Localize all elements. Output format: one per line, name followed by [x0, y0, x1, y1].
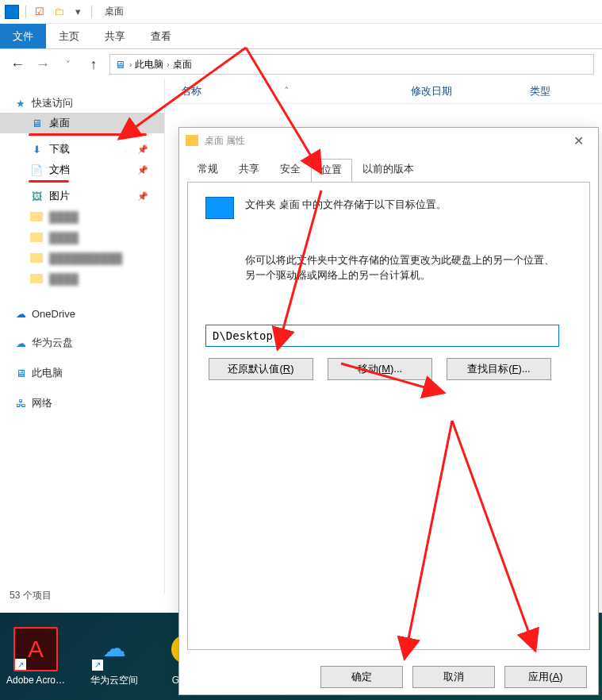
taskbar-label: Adobe Acro…	[6, 675, 65, 686]
cloud-icon: ☁↗	[92, 626, 136, 671]
pin-icon: 📌	[137, 165, 148, 175]
folder-icon	[5, 5, 19, 19]
sidebar: ★ 快速访问 🖥 桌面 ⬇ 下载 📌 📄 文档 📌 🖼 图片 📌 ████ ██…	[0, 79, 165, 594]
forward-button[interactable]: →	[33, 55, 52, 74]
ribbon-tab-view[interactable]: 查看	[138, 24, 184, 48]
history-dropdown[interactable]: ˅	[59, 55, 78, 74]
column-date[interactable]: 修改日期	[411, 84, 530, 98]
desktop-icon	[205, 197, 234, 219]
taskbar-item-huawei-cloud[interactable]: ☁↗ 华为云空间	[90, 626, 138, 687]
chevron-icon: ›	[167, 60, 169, 69]
button-row: 还原默认值(R) 移动(M)... 查找目标(F)...	[209, 358, 572, 380]
sidebar-item-downloads[interactable]: ⬇ 下载 📌	[0, 139, 164, 160]
annotation-underline	[29, 133, 147, 136]
sidebar-item-label: 网络	[32, 396, 52, 410]
sidebar-item-label: OneDrive	[32, 308, 75, 320]
sidebar-item-label: 下载	[49, 142, 70, 156]
separator	[91, 6, 92, 18]
sidebar-item-desktop[interactable]: 🖥 桌面	[0, 113, 164, 133]
tab-location[interactable]: 位置	[311, 159, 352, 183]
sidebar-item-network[interactable]: 🖧 网络	[0, 394, 164, 413]
download-icon: ⬇	[30, 143, 43, 156]
pin-icon: 📌	[137, 144, 148, 155]
apply-button[interactable]: 应用(A)	[504, 666, 587, 688]
quick-access-label: 快速访问	[32, 96, 73, 110]
restore-default-button[interactable]: 还原默认值(R)	[209, 358, 313, 380]
adobe-icon: A↗	[13, 627, 58, 671]
sidebar-item-pictures[interactable]: 🖼 图片 📌	[0, 186, 164, 206]
sidebar-item-huawei[interactable]: ☁ 华为云盘	[0, 333, 164, 352]
breadcrumb-desktop[interactable]: 桌面	[173, 58, 192, 71]
ribbon-tab-share[interactable]: 共享	[92, 24, 138, 48]
back-button[interactable]: ←	[8, 55, 27, 74]
network-icon: 🖧	[14, 397, 27, 410]
shortcut-icon: ↗	[15, 659, 26, 670]
document-icon: 📄	[30, 163, 43, 176]
ribbon-tab-home[interactable]: 主页	[46, 24, 92, 48]
tab-share[interactable]: 共享	[228, 158, 270, 182]
find-target-button[interactable]: 查找目标(F)...	[447, 358, 551, 380]
properties-dialog: 桌面 属性 ✕ 常规 共享 安全 位置 以前的版本 文件夹 桌面 中的文件存储于…	[178, 127, 599, 695]
pin-icon: 📌	[137, 191, 148, 202]
chevron-down-icon[interactable]: ▾	[71, 5, 85, 19]
dialog-footer: 确定 取消 应用(A)	[179, 658, 598, 696]
close-button[interactable]: ✕	[566, 130, 592, 152]
sidebar-item-folder[interactable]: ██████████	[0, 248, 164, 268]
folder-icon	[30, 212, 43, 221]
folder-icon	[186, 135, 198, 146]
folder-icon	[30, 233, 43, 242]
desktop-icon: 🖥	[30, 117, 43, 129]
window-title: 桌面	[105, 5, 124, 18]
checkbox-icon[interactable]: ☑	[33, 5, 47, 19]
breadcrumb-pc[interactable]: 此电脑	[135, 58, 163, 71]
move-button[interactable]: 移动(M)...	[328, 358, 432, 380]
pc-icon: 🖥	[14, 367, 27, 379]
sidebar-item-label: 华为云盘	[32, 336, 73, 350]
tab-general[interactable]: 常规	[187, 158, 228, 182]
star-icon: ★	[14, 97, 27, 110]
tab-security[interactable]: 安全	[270, 158, 311, 182]
cancel-button[interactable]: 取消	[412, 666, 495, 688]
location-path-input[interactable]	[205, 325, 559, 347]
sidebar-item-this-pc[interactable]: 🖥 此电脑	[0, 363, 164, 383]
dialog-titlebar[interactable]: 桌面 属性 ✕	[179, 128, 598, 153]
titlebar: ☑ 🗀 ▾ 桌面	[0, 0, 602, 24]
annotation-underline	[29, 180, 69, 183]
column-headers: 名称 ˄ 修改日期 类型	[165, 79, 602, 104]
tab-previous[interactable]: 以前的版本	[352, 158, 424, 182]
taskbar-label: 华为云空间	[90, 674, 138, 687]
cloud-icon: ☁	[14, 307, 27, 320]
sidebar-item-label: 图片	[49, 189, 70, 203]
sidebar-item-label: 文档	[49, 163, 70, 177]
nav-bar: ← → ˅ ↑ 🖥 › 此电脑 › 桌面	[0, 49, 602, 79]
pictures-icon: 🖼	[30, 190, 43, 202]
help-text: 你可以将此文件夹中文件存储的位置更改为此硬盘上的另一个位置、另一个驱动器或网络上…	[245, 252, 562, 283]
pc-icon: 🖥	[113, 58, 126, 71]
tab-strip: 常规 共享 安全 位置 以前的版本	[179, 153, 598, 182]
sidebar-item-folder[interactable]: ████	[0, 227, 164, 248]
sidebar-item-onedrive[interactable]: ☁ OneDrive	[0, 305, 164, 322]
description-text: 文件夹 桌面 中的文件存储于以下目标位置。	[245, 197, 562, 213]
up-button[interactable]: ↑	[84, 55, 103, 74]
sidebar-item-folder[interactable]: ████	[0, 206, 164, 227]
ok-button[interactable]: 确定	[320, 666, 403, 688]
dialog-title: 桌面 属性	[205, 134, 245, 148]
column-name[interactable]: 名称 ˄	[173, 84, 411, 98]
folder-icon	[30, 274, 43, 283]
quick-access-header[interactable]: ★ 快速访问	[0, 94, 164, 113]
shortcut-icon: ↗	[92, 660, 103, 671]
address-bar[interactable]: 🖥 › 此电脑 › 桌面	[109, 54, 594, 75]
ribbon: 文件 主页 共享 查看	[0, 24, 602, 49]
status-bar: 53 个项目	[10, 589, 52, 602]
folder-small-icon[interactable]: 🗀	[52, 5, 66, 19]
ribbon-tab-file[interactable]: 文件	[0, 24, 46, 48]
sidebar-item-label: 桌面	[49, 116, 70, 130]
sidebar-item-documents[interactable]: 📄 文档 📌	[0, 160, 164, 180]
chevron-icon: ›	[129, 60, 132, 69]
column-type[interactable]: 类型	[530, 84, 577, 98]
sidebar-item-label: 此电脑	[32, 366, 63, 380]
sidebar-item-folder[interactable]: ████	[0, 268, 164, 289]
folder-icon	[30, 253, 43, 263]
taskbar-item-adobe[interactable]: A↗ Adobe Acro…	[6, 627, 65, 686]
cloud-icon: ☁	[14, 337, 27, 349]
